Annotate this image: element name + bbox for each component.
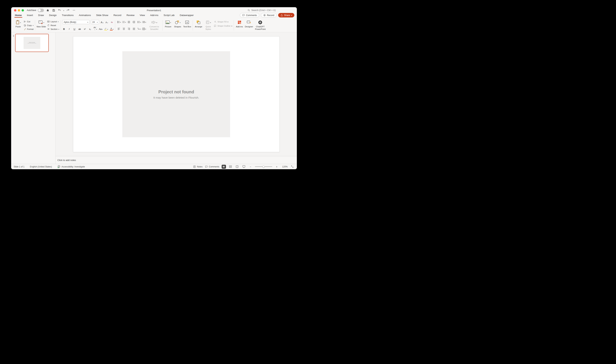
language-button[interactable]: English (United States) <box>30 166 52 168</box>
picture-icon <box>165 20 170 25</box>
share-button[interactable]: Share <box>278 13 294 17</box>
shape-fill-button[interactable]: Shape Fill <box>214 20 232 23</box>
tab-animations[interactable]: Animations <box>79 14 91 18</box>
tab-transitions[interactable]: Transitions <box>62 14 74 18</box>
accessibility-button[interactable]: Accessibility: Investigate <box>57 165 85 168</box>
tab-draw[interactable]: Draw <box>38 14 44 18</box>
outdent-icon <box>127 21 131 24</box>
align-left-button[interactable] <box>117 27 121 31</box>
tab-script-lab[interactable]: Script Lab <box>163 14 175 18</box>
search-field[interactable]: Search (Cmd + Ctrl + U) <box>248 9 275 12</box>
slide-canvas[interactable]: Project not found It may have been delet… <box>73 36 280 152</box>
record-button[interactable]: Record <box>261 13 276 17</box>
notes-pane[interactable]: Click to add notes <box>56 156 297 164</box>
increase-font-size-button[interactable]: A˄ <box>100 20 104 24</box>
zoom-level[interactable]: 120% <box>281 166 288 168</box>
chatgpt-powerpoint-button[interactable]: ChatGPT PowerPoint <box>254 19 266 30</box>
arrange-button[interactable]: Arrange <box>194 19 203 28</box>
shapes-button[interactable]: Shapes <box>173 19 182 28</box>
quick-styles-button[interactable]: Quick Styles <box>204 19 212 30</box>
zoom-out-button[interactable] <box>248 165 253 169</box>
line-spacing-button[interactable] <box>137 20 141 24</box>
shape-fill-icon <box>214 20 216 23</box>
zoom-slider-thumb[interactable] <box>262 166 265 168</box>
slide-thumbnail[interactable]: Project not found It may have been delet… <box>15 34 49 52</box>
comments-button[interactable]: Comments <box>240 13 259 17</box>
tab-datawrapper[interactable]: Datawrapper <box>180 14 194 18</box>
shape-outline-button[interactable]: Shape Outline <box>214 25 232 27</box>
more-options-icon[interactable] <box>72 8 76 13</box>
home-icon[interactable] <box>46 8 50 13</box>
reading-view-button[interactable] <box>235 165 239 169</box>
tab-view[interactable]: View <box>140 14 145 18</box>
notes-toggle-button[interactable]: Notes <box>193 165 203 168</box>
reset-button[interactable]: Reset <box>47 24 59 27</box>
tab-review[interactable]: Review <box>126 14 135 18</box>
justify-button[interactable] <box>132 27 136 31</box>
zoom-window-button[interactable] <box>22 9 24 12</box>
zoom-in-button[interactable] <box>275 165 279 169</box>
italic-button[interactable]: I <box>67 27 71 31</box>
text-direction-button[interactable]: A <box>137 27 141 31</box>
convert-to-smartart-button[interactable]: Convert to SmartArt <box>147 19 161 30</box>
superscript-button[interactable]: x² <box>83 27 87 31</box>
decrease-font-size-button[interactable]: A˅ <box>105 20 108 24</box>
shape-outline-dropdown-icon <box>231 25 232 27</box>
clear-formatting-button[interactable]: A <box>110 20 113 24</box>
autosave-toggle[interactable] <box>38 9 44 12</box>
new-slide-button[interactable]: New Slide <box>37 19 46 28</box>
increase-indent-button[interactable] <box>132 20 136 24</box>
columns-button[interactable] <box>142 20 146 24</box>
change-case-button[interactable]: Aa <box>99 27 103 31</box>
numbering-button[interactable]: 123 <box>122 20 126 24</box>
add-ins-button[interactable]: Add-ins <box>235 19 244 28</box>
save-icon[interactable] <box>52 8 56 13</box>
layout-button[interactable]: Layout <box>47 20 59 23</box>
minimize-window-button[interactable] <box>18 9 20 12</box>
character-spacing-button[interactable]: AV↔ <box>93 27 97 31</box>
record-icon <box>263 14 266 16</box>
copy-button[interactable]: Copy <box>24 24 33 27</box>
picture-button[interactable]: Picture <box>164 19 172 28</box>
slideshow-view-button[interactable] <box>242 165 246 169</box>
flourish-embed-placeholder[interactable]: Project not found It may have been delet… <box>122 51 230 137</box>
layout-dropdown-icon <box>58 21 59 23</box>
designer-button[interactable]: Designer <box>245 19 253 28</box>
tab-design[interactable]: Design <box>49 14 57 18</box>
tab-add-ins[interactable]: Add-ins <box>150 14 159 18</box>
zoom-slider[interactable] <box>255 166 272 167</box>
tab-record[interactable]: Record <box>113 14 122 18</box>
redo-button[interactable] <box>66 8 70 13</box>
cut-button[interactable]: Cut <box>24 20 33 23</box>
strikethrough-button[interactable]: ab <box>78 27 81 31</box>
text-box-button[interactable]: A Text Box <box>183 19 191 28</box>
bold-button[interactable]: B <box>62 27 66 31</box>
align-center-button[interactable] <box>122 27 126 31</box>
fullscreen-button[interactable] <box>290 165 294 169</box>
close-window-button[interactable] <box>14 9 16 12</box>
font-size-select[interactable]: 24 <box>91 20 99 24</box>
subscript-button[interactable]: x₂ <box>88 27 92 31</box>
undo-dropdown-icon[interactable] <box>63 9 64 12</box>
tab-slide-show[interactable]: Slide Show <box>96 14 108 18</box>
paste-button[interactable]: Paste <box>14 19 22 28</box>
quick-styles-icon <box>205 20 210 25</box>
slide-sorter-view-button[interactable] <box>228 165 233 169</box>
font-name-select[interactable]: Aptos (Body) <box>62 20 90 24</box>
section-button[interactable]: Section <box>47 27 59 31</box>
font-color-button[interactable]: A <box>110 27 114 31</box>
normal-view-button[interactable] <box>222 165 226 169</box>
slide-thumbnail-panel: 1 Project not found It may have been del… <box>11 32 56 164</box>
underline-button[interactable]: U <box>73 27 76 31</box>
tab-insert[interactable]: Insert <box>27 14 33 18</box>
format-painter-button[interactable]: Format <box>24 27 33 31</box>
tab-home[interactable]: Home <box>15 14 22 18</box>
undo-button[interactable] <box>57 8 62 13</box>
decrease-indent-button[interactable] <box>127 20 131 24</box>
align-text-button[interactable] <box>142 27 146 31</box>
highlight-color-button[interactable] <box>104 27 108 31</box>
align-right-button[interactable] <box>127 27 131 31</box>
designer-icon <box>247 20 251 25</box>
bullets-button[interactable] <box>117 20 121 24</box>
comments-toggle-button[interactable]: Comments <box>205 165 219 168</box>
